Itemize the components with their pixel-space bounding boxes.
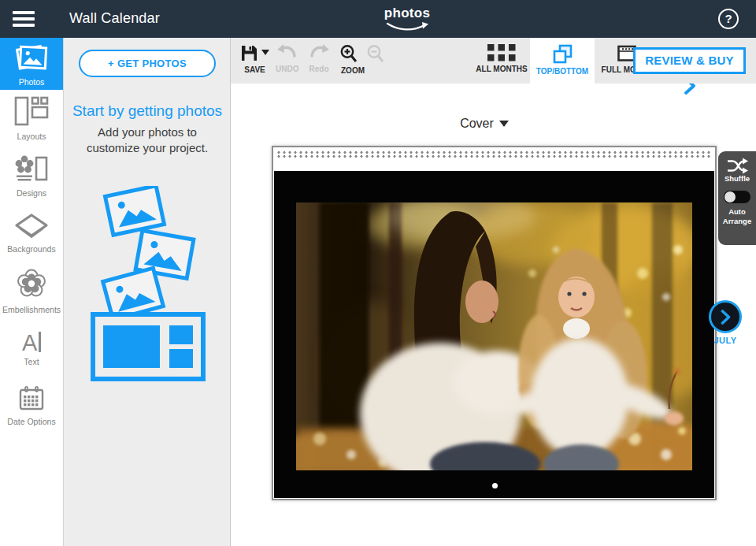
save-button[interactable]: SAVE (240, 44, 269, 74)
sidebar-item-date-options[interactable]: Date Options (0, 377, 63, 435)
cover-photo[interactable] (296, 202, 692, 470)
spiral-binding (277, 150, 711, 158)
chevron-down-icon (499, 121, 509, 127)
zoom-out-icon[interactable] (366, 44, 386, 63)
sidebar-item-designs[interactable]: Designs (0, 147, 63, 205)
redo-button[interactable]: Redo (308, 44, 330, 73)
next-page-button[interactable] (709, 300, 742, 333)
embellishments-icon (16, 268, 47, 303)
sidebar-item-label: Embellishments (2, 305, 61, 314)
designs-icon (15, 154, 48, 186)
text-icon: A (22, 331, 41, 355)
save-dropdown-caret-icon[interactable] (261, 50, 269, 55)
undo-button[interactable]: UNDO (276, 44, 298, 73)
help-icon[interactable]: ? (718, 9, 739, 29)
date-options-icon (19, 386, 44, 414)
zoom-in-icon[interactable] (339, 44, 359, 63)
zoom-label: ZOOM (341, 66, 365, 75)
save-icon (240, 44, 258, 62)
auto-arrange-toggle[interactable] (724, 191, 750, 203)
toggle-knob (724, 191, 736, 202)
redo-icon (308, 44, 330, 61)
all-months-label: ALL MONTHS (476, 65, 527, 73)
sidebar-item-label: Date Options (7, 417, 55, 426)
panel-heading: Start by getting photos (64, 102, 231, 120)
calendar-page (272, 146, 717, 500)
all-months-button[interactable]: ALL MONTHS (472, 44, 532, 73)
backgrounds-icon (14, 214, 49, 242)
auto-arrange-label: Auto Arrange (723, 207, 751, 226)
top-bar: Wall Calendar photos ? (0, 0, 756, 38)
undo-icon (276, 44, 298, 61)
page-indicator-dot[interactable] (492, 483, 498, 488)
shuffle-icon[interactable] (727, 158, 748, 174)
all-months-icon (487, 44, 516, 61)
save-label: SAVE (244, 65, 265, 74)
sidebar-item-label: Layouts (17, 132, 46, 141)
shuffle-label: Shuffle (724, 174, 750, 184)
photos-icon (13, 42, 50, 75)
sidebar-item-backgrounds[interactable]: Backgrounds (0, 205, 63, 262)
sidebar-item-label: Text (24, 357, 39, 366)
page-selector[interactable]: Cover (441, 117, 528, 131)
layouts-icon (14, 96, 49, 129)
redo-label: Redo (309, 65, 329, 73)
top-bottom-button[interactable]: TOP/BOTTOM (530, 38, 595, 84)
editor-toolbar: SAVE UNDO Redo ZOO (231, 38, 756, 84)
menu-icon[interactable] (13, 11, 35, 27)
arrange-tools-panel: Shuffle Auto Arrange (718, 151, 756, 245)
sidebar-item-label: Designs (17, 188, 46, 198)
top-bottom-label: TOP/BOTTOM (536, 67, 588, 76)
sidebar-item-embellishments[interactable]: Embellishments (0, 262, 63, 320)
amazon-photos-logo: photos (384, 6, 431, 35)
sidebar: Photos Layouts (0, 38, 64, 546)
sidebar-item-text[interactable]: A Text (0, 320, 63, 377)
zoom-controls: ZOOM (339, 44, 386, 75)
sidebar-item-layouts[interactable]: Layouts (0, 90, 63, 147)
photos-illustration-icon (90, 186, 208, 388)
page-selector-label: Cover (460, 117, 494, 130)
amazon-smile-icon (384, 22, 430, 32)
app-title: Wall Calendar (69, 10, 160, 27)
logo-text: photos (384, 6, 431, 21)
chevron-right-icon (720, 310, 732, 325)
sidebar-item-label: Backgrounds (7, 244, 55, 254)
next-page-label: JULY (707, 336, 743, 345)
top-bottom-icon (552, 44, 573, 64)
get-photos-button[interactable]: + GET PHOTOS (79, 50, 216, 77)
cover-background (274, 171, 714, 498)
panel-subtext: Add your photos to customize your projec… (80, 124, 214, 156)
photos-panel: + GET PHOTOS Start by getting photos Add… (64, 38, 231, 546)
review-buy-button[interactable]: REVIEW & BUY (633, 47, 746, 74)
sidebar-item-label: Photos (19, 77, 45, 87)
undo-label: UNDO (276, 65, 298, 73)
sidebar-item-photos[interactable]: Photos (0, 38, 63, 90)
